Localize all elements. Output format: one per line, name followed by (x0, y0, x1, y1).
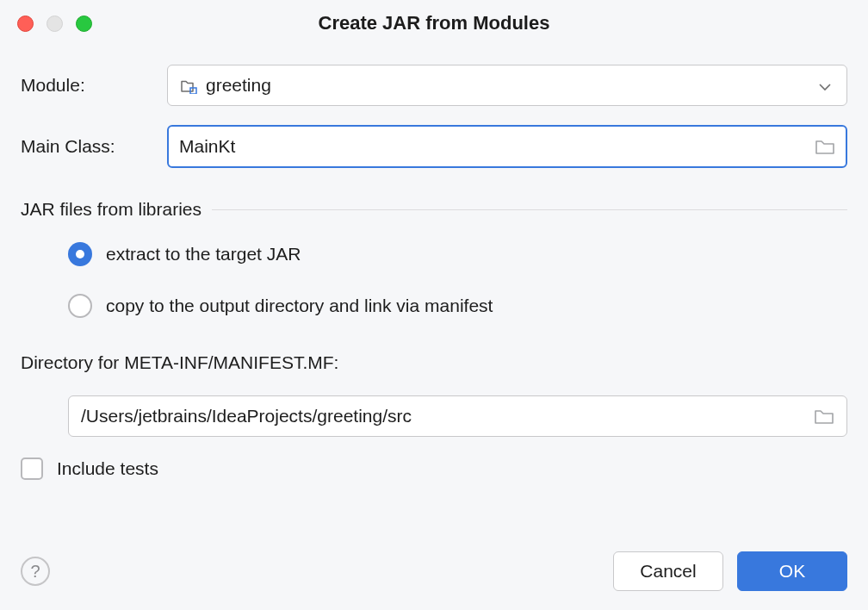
radio-copy[interactable]: copy to the output directory and link vi… (68, 294, 847, 318)
module-icon (180, 77, 197, 94)
close-button[interactable] (17, 16, 34, 32)
traffic-lights (17, 16, 92, 32)
dialog-footer: ? Cancel OK (0, 534, 868, 610)
radio-extract-label: extract to the target JAR (106, 244, 301, 265)
minimize-button[interactable] (46, 16, 63, 32)
include-tests-checkbox[interactable] (21, 458, 43, 480)
browse-icon[interactable] (814, 406, 834, 426)
main-class-input-wrap (167, 125, 847, 168)
window-title: Create JAR from Modules (17, 12, 851, 34)
radio-extract[interactable]: extract to the target JAR (68, 242, 847, 266)
libs-radio-group: extract to the target JAR copy to the ou… (21, 242, 847, 345)
cancel-button[interactable]: Cancel (613, 551, 723, 591)
include-tests-label: Include tests (57, 458, 158, 479)
main-class-input[interactable] (179, 136, 815, 157)
chevron-down-icon (819, 75, 831, 96)
browse-icon[interactable] (815, 136, 835, 157)
maximize-button[interactable] (76, 16, 92, 32)
manifest-dir-label: Directory for META-INF/MANIFEST.MF: (21, 352, 847, 373)
module-label: Module: (21, 75, 167, 96)
radio-extract-input[interactable] (68, 242, 92, 266)
module-row: Module: greeting (21, 65, 847, 106)
divider (212, 209, 847, 210)
dialog-window: Create JAR from Modules Module: greeting… (0, 0, 868, 610)
module-combo[interactable]: greeting (167, 65, 847, 106)
radio-copy-label: copy to the output directory and link vi… (106, 296, 493, 316)
titlebar: Create JAR from Modules (0, 0, 868, 43)
ok-button[interactable]: OK (737, 551, 847, 591)
main-class-label: Main Class: (21, 136, 167, 157)
help-button[interactable]: ? (21, 557, 50, 586)
libs-section-label: JAR files from libraries (21, 199, 847, 220)
include-tests-row: Include tests (21, 458, 847, 480)
manifest-dir-input[interactable] (81, 406, 814, 426)
manifest-dir-row (21, 395, 847, 437)
module-value: greeting (206, 75, 271, 96)
manifest-dir-input-wrap (68, 395, 847, 437)
radio-copy-input[interactable] (68, 294, 92, 318)
main-class-row: Main Class: (21, 125, 847, 168)
dialog-content: Module: greeting Main Class: (0, 43, 868, 534)
